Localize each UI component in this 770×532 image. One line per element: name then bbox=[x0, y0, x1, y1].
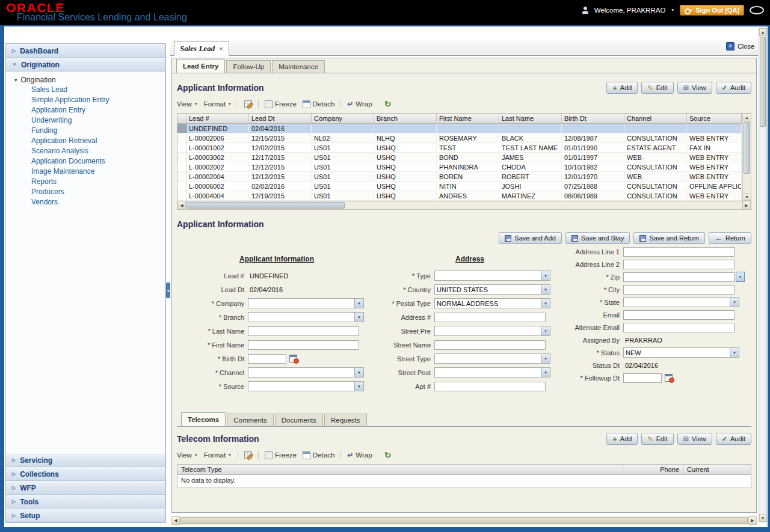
view-menu[interactable]: View▼ bbox=[177, 100, 198, 108]
field-street-post[interactable]: ▼ bbox=[434, 367, 550, 378]
detail-tab-comments[interactable]: Comments bbox=[227, 414, 274, 426]
grid-row[interactable]: L-0000300212/17/2015US01USHQBONDJAMES01/… bbox=[177, 153, 742, 162]
welcome-text[interactable]: Welcome, PRAKRRAO bbox=[594, 7, 666, 14]
dropdown-arrow-icon[interactable]: ▼ bbox=[541, 285, 550, 294]
field-channel[interactable]: ▼ bbox=[248, 367, 364, 378]
sidebar-section-wfp[interactable]: ▷ WFP bbox=[6, 481, 165, 495]
row-selector[interactable] bbox=[177, 172, 186, 181]
calendar-icon[interactable] bbox=[665, 374, 673, 382]
add-button[interactable]: +Add bbox=[606, 82, 638, 94]
scrollbar-track[interactable] bbox=[743, 174, 751, 193]
grid-vertical-scrollbar[interactable]: ▲ ▼ bbox=[742, 113, 751, 201]
sign-out-button[interactable]: Sign Out [QA] bbox=[680, 5, 744, 16]
telecom-format-menu[interactable]: Format▼ bbox=[204, 451, 232, 459]
telecom-freeze-button[interactable]: Freeze bbox=[265, 451, 297, 459]
detail-tab-telecoms[interactable]: Telecoms bbox=[181, 412, 226, 426]
collapse-sidebar-icon[interactable]: ◀ bbox=[166, 283, 170, 298]
tree-item-application-entry[interactable]: Application Entry bbox=[6, 105, 165, 115]
row-selector[interactable] bbox=[177, 133, 186, 142]
export-icon[interactable] bbox=[244, 451, 252, 459]
scrollbar-track[interactable] bbox=[759, 127, 766, 514]
field-state[interactable]: ▼ bbox=[623, 297, 739, 307]
tree-expanded-icon[interactable]: ▾ bbox=[14, 77, 17, 83]
tree-item-application-documents[interactable]: Application Documents bbox=[6, 156, 165, 167]
tree-item-reports[interactable]: Reports bbox=[6, 177, 165, 187]
refresh-icon[interactable]: ↻ bbox=[384, 99, 392, 109]
grid-row[interactable]: L-0000200212/12/2015US01USHQPHANINDRACHO… bbox=[177, 162, 742, 172]
field-street-pre[interactable]: ▼ bbox=[434, 326, 550, 336]
field-alternate-email[interactable] bbox=[623, 323, 735, 332]
grid-horizontal-scrollbar[interactable]: ◀ ▶ bbox=[177, 201, 751, 210]
grid-column-header-lead[interactable]: Lead # bbox=[186, 114, 249, 124]
dropdown-arrow-icon[interactable]: ▼ bbox=[354, 299, 363, 308]
telecom-add-button[interactable]: +Add bbox=[606, 433, 638, 445]
dropdown-arrow-icon[interactable]: ▼ bbox=[541, 299, 550, 308]
dropdown-arrow-icon[interactable]: ▼ bbox=[354, 382, 363, 391]
scrollbar-thumb[interactable] bbox=[186, 202, 345, 209]
calendar-icon[interactable] bbox=[289, 355, 297, 362]
dropdown-arrow-icon[interactable]: ▼ bbox=[730, 348, 739, 357]
grid-row[interactable]: L-0000400412/19/2015US01USHQANDRESMARTIN… bbox=[177, 191, 742, 201]
sidebar-section-tools[interactable]: ▷ Tools bbox=[6, 495, 165, 509]
field-source[interactable]: ▼ bbox=[248, 381, 364, 391]
freeze-button[interactable]: Freeze bbox=[265, 100, 297, 108]
tree-item-sales-lead[interactable]: Sales Lead bbox=[6, 85, 165, 95]
row-selector[interactable] bbox=[177, 124, 186, 133]
tree-item-image-maintenance[interactable]: Image Maintenance bbox=[6, 167, 165, 177]
welcome-dropdown-icon[interactable]: ▼ bbox=[671, 8, 674, 12]
grid-column-header-birth-dt[interactable]: Birth Dt bbox=[562, 114, 624, 124]
field-birth-date[interactable] bbox=[248, 354, 286, 364]
field-address-type[interactable]: ▼ bbox=[434, 271, 550, 281]
scroll-left-icon[interactable]: ◀ bbox=[177, 201, 186, 209]
tree-item-underwriting[interactable]: Underwriting bbox=[6, 115, 165, 126]
field-postal-type[interactable]: NORMAL ADDRESS▼ bbox=[434, 298, 550, 308]
tab-close-icon[interactable]: × bbox=[219, 45, 223, 52]
field-zip[interactable] bbox=[623, 272, 735, 282]
scroll-right-icon[interactable]: ▶ bbox=[748, 516, 757, 525]
telecom-audit-button[interactable]: ✓Audit bbox=[716, 433, 751, 445]
telecom-view-menu[interactable]: View▼ bbox=[177, 451, 198, 459]
sidebar-section-dashboard[interactable]: ▷ DashBoard bbox=[6, 44, 165, 58]
grid-column-header-company[interactable]: Company bbox=[312, 114, 374, 124]
field-apt-number[interactable] bbox=[434, 382, 546, 391]
sidebar-section-setup[interactable]: ▷ Setup bbox=[6, 509, 165, 522]
sidebar-section-origination[interactable]: ▼ Origination bbox=[6, 58, 165, 72]
dropdown-arrow-icon[interactable]: ▼ bbox=[541, 368, 550, 377]
field-branch[interactable]: ▼ bbox=[248, 312, 364, 322]
dropdown-arrow-icon[interactable]: ▼ bbox=[541, 326, 550, 335]
save-and-add-button[interactable]: Save and Add bbox=[499, 232, 562, 244]
audit-button[interactable]: ✓Audit bbox=[716, 82, 751, 94]
field-street-name[interactable] bbox=[434, 340, 546, 350]
grid-row[interactable]: L-0000200412/12/2015US01USHQBORENROBERT1… bbox=[177, 172, 742, 182]
grid-column-header-branch[interactable]: Branch bbox=[374, 114, 437, 124]
field-address-line-1[interactable] bbox=[623, 247, 735, 257]
grid-row[interactable]: L-0000200612/15/2015NL02NLHQROSEMARYBLAC… bbox=[177, 133, 742, 143]
field-last-name[interactable] bbox=[248, 326, 359, 336]
scroll-down-icon[interactable]: ▼ bbox=[743, 193, 751, 201]
field-address-line-2[interactable] bbox=[623, 260, 735, 269]
field-city[interactable] bbox=[623, 285, 735, 295]
tab-sales-lead[interactable]: Sales Lead × bbox=[174, 41, 229, 56]
scrollbar-thumb[interactable] bbox=[744, 122, 750, 174]
row-selector[interactable] bbox=[177, 182, 186, 191]
tree-item-application-retrieval[interactable]: Application Retrieval bbox=[6, 136, 165, 146]
telecom-column-phone[interactable]: Phone bbox=[623, 465, 683, 474]
subtab-follow-up[interactable]: Follow-Up bbox=[226, 60, 271, 73]
field-address-number[interactable] bbox=[434, 313, 546, 322]
grid-column-header-lead-dt[interactable]: Lead Dt bbox=[249, 114, 312, 124]
save-and-return-button[interactable]: Save and Return bbox=[633, 232, 705, 244]
telecom-view-button[interactable]: ▤View bbox=[677, 433, 712, 445]
scroll-up-icon[interactable]: ▲ bbox=[759, 28, 766, 36]
page-horizontal-scrollbar[interactable]: ◀ ▶ bbox=[171, 516, 757, 525]
edit-button[interactable]: ✎Edit bbox=[641, 82, 673, 94]
row-selector[interactable] bbox=[177, 143, 186, 152]
scroll-right-icon[interactable]: ▶ bbox=[742, 201, 751, 209]
grid-column-header-channel[interactable]: Channel bbox=[624, 114, 687, 124]
field-country[interactable]: UNITED STATES▼ bbox=[434, 284, 550, 295]
scrollbar-track[interactable] bbox=[345, 201, 742, 209]
save-and-stay-button[interactable]: Save and Stay bbox=[565, 232, 630, 244]
subtab-lead-entry[interactable]: Lead Entry bbox=[176, 59, 225, 73]
refresh-icon[interactable]: ↻ bbox=[384, 450, 392, 460]
sidebar-section-servicing[interactable]: ▷ Servicing bbox=[6, 453, 165, 467]
telecom-column-current[interactable]: Current bbox=[683, 465, 751, 474]
